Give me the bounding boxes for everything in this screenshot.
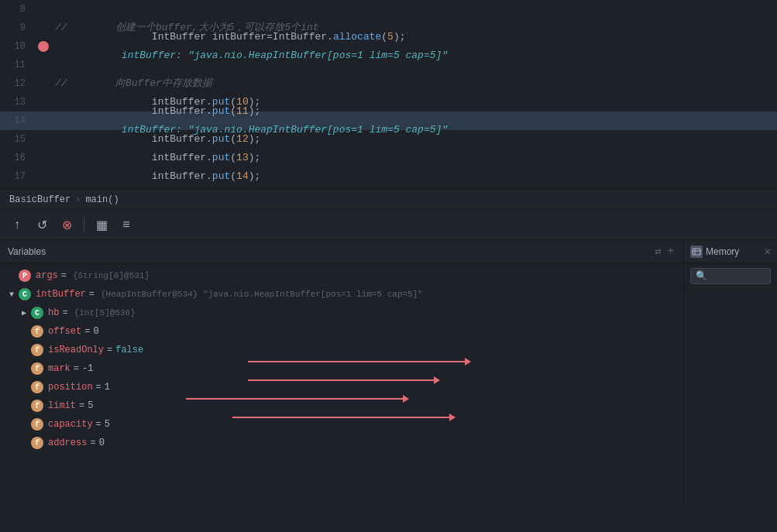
type-icon-hb: C <box>31 307 43 319</box>
variables-panel-header: Variables ⇄ + <box>0 240 683 263</box>
panel-header-actions: ⇄ + <box>653 243 676 259</box>
var-eq-offset: = <box>84 326 90 337</box>
toolbar-refresh-btn[interactable]: ↺ <box>31 214 53 235</box>
var-item-limit[interactable]: f limit = 5 <box>0 396 683 415</box>
var-name-capacity: capacity <box>48 419 93 430</box>
var-eq-args: = <box>61 270 67 281</box>
var-name-mark: mark <box>48 363 70 374</box>
var-val-mark: -1 <box>82 363 93 374</box>
var-name-limit: limit <box>48 400 76 411</box>
gutter-10 <box>35 41 52 52</box>
var-eq-position: = <box>96 382 101 393</box>
breadcrumb-method[interactable]: main() <box>85 194 119 205</box>
var-name-position: position <box>48 382 93 393</box>
var-val-isreadonly: false <box>115 345 143 355</box>
line-num-10: 10 <box>0 37 35 56</box>
var-item-position[interactable]: f position = 1 <box>0 378 683 396</box>
line-num-15: 15 <box>0 130 35 149</box>
expand-arrow-hb[interactable]: ▶ <box>19 307 29 318</box>
toolbar-up-btn[interactable]: ↑ <box>6 214 28 235</box>
type-icon-limit: f <box>31 400 43 412</box>
breakpoint-icon-10 <box>38 41 49 52</box>
type-icon-capacity: f <box>31 418 43 431</box>
var-eq-mark: = <box>74 363 79 374</box>
type-icon-offset: f <box>31 325 43 338</box>
svg-rect-8 <box>693 249 700 255</box>
toolbar-stop-btn[interactable]: ⊗ <box>56 214 77 235</box>
code-line-10: 10 IntBuffer intBuffer=IntBuffer.allocat… <box>0 37 777 56</box>
type-icon-address: f <box>31 437 43 449</box>
var-eq-capacity: = <box>96 419 101 430</box>
var-item-capacity[interactable]: f capacity = 5 <box>0 415 683 434</box>
var-val-intbuffer: {HeapIntBuffer@534} "java.nio.HeapIntBuf… <box>101 290 423 299</box>
var-item-intbuffer[interactable]: ▼ C intBuffer = {HeapIntBuffer@534} "jav… <box>0 285 683 304</box>
var-eq-limit: = <box>79 400 84 411</box>
var-name-hb: hb <box>48 307 59 318</box>
line-content-10: IntBuffer intBuffer=IntBuffer.allocate(5… <box>52 9 777 84</box>
line-num-13: 13 <box>0 93 35 112</box>
type-icon-intbuffer: C <box>19 288 31 300</box>
memory-panel-header: Memory ✕ <box>684 240 777 263</box>
var-eq-intbuffer: = <box>89 289 95 300</box>
var-name-intbuffer: intBuffer <box>36 289 86 300</box>
search-icon: 🔍 <box>696 270 707 282</box>
line-num-11: 11 <box>0 56 35 74</box>
line-num-14: 14 <box>0 112 35 130</box>
var-name-args: args <box>36 270 58 281</box>
variables-content: P args = {String[0]@531} ▼ C intBuffer =… <box>0 263 683 512</box>
var-name-isreadonly: isReadOnly <box>48 345 104 355</box>
memory-icon <box>690 245 703 258</box>
toolbar-list-btn[interactable]: ≡ <box>115 214 137 235</box>
variables-panel: Variables ⇄ + P args = {String[0]@531} ▼ <box>0 240 684 512</box>
var-val-hb: {int[5]@536} <box>74 308 136 317</box>
type-icon-args: P <box>19 269 31 282</box>
type-icon-isreadonly: f <box>31 344 43 356</box>
line-content-17: intBuffer.put(14); <box>52 149 777 189</box>
line-num-16: 16 <box>0 149 35 167</box>
line-num-12: 12 <box>0 74 35 93</box>
var-name-offset: offset <box>48 326 81 337</box>
memory-search: 🔍 <box>684 263 777 290</box>
line-num-8: 8 <box>0 0 35 19</box>
var-item-mark[interactable]: f mark = -1 <box>0 359 683 378</box>
line-num-17: 17 <box>0 167 35 186</box>
panel-add-btn[interactable]: + <box>666 243 676 259</box>
memory-close-btn[interactable]: ✕ <box>765 245 771 258</box>
var-val-offset: 0 <box>93 326 98 337</box>
var-item-args[interactable]: P args = {String[0]@531} <box>0 266 683 285</box>
code-lines: 8 9 // 创建一个buffer,大小为5，可以存放5个int 10 IntB… <box>0 0 777 189</box>
var-val-limit: 5 <box>88 400 93 411</box>
toolbar-divider-1 <box>84 217 84 232</box>
type-icon-mark: f <box>31 362 43 375</box>
search-input-wrap: 🔍 <box>690 268 771 284</box>
memory-panel-title: Memory <box>706 246 739 257</box>
var-eq-isreadonly: = <box>107 345 112 355</box>
breadcrumb: BasicBuffer › main() <box>0 189 777 209</box>
expand-arrow-intbuffer[interactable]: ▼ <box>6 289 17 300</box>
var-eq-address: = <box>90 438 95 448</box>
var-item-offset[interactable]: f offset = 0 <box>0 322 683 341</box>
toolbar: ↑ ↺ ⊗ ▦ ≡ <box>0 209 777 240</box>
var-item-address[interactable]: f address = 0 <box>0 434 683 452</box>
code-line-17: 17 intBuffer.put(14); <box>0 167 777 186</box>
variables-panel-title: Variables <box>8 246 46 257</box>
var-val-address: 0 <box>99 438 105 448</box>
bottom-panel: Variables ⇄ + P args = {String[0]@531} ▼ <box>0 240 777 512</box>
var-eq-hb: = <box>62 307 67 318</box>
toolbar-table-btn[interactable]: ▦ <box>91 214 112 235</box>
line-num-9: 9 <box>0 19 35 37</box>
var-item-isreadonly[interactable]: f isReadOnly = false <box>0 341 683 359</box>
var-val-position: 1 <box>105 382 110 393</box>
memory-search-input[interactable] <box>710 271 765 282</box>
editor-area: 8 9 // 创建一个buffer,大小为5，可以存放5个int 10 IntB… <box>0 0 777 209</box>
breadcrumb-class[interactable]: BasicBuffer <box>9 194 70 205</box>
memory-panel: Memory ✕ 🔍 <box>684 240 777 512</box>
memory-title-area: Memory <box>690 245 739 258</box>
panel-expand-btn[interactable]: ⇄ <box>653 243 662 259</box>
var-item-hb[interactable]: ▶ C hb = {int[5]@536} <box>0 304 683 322</box>
type-icon-position: f <box>31 381 43 393</box>
breadcrumb-sep: › <box>75 194 81 205</box>
variables-list[interactable]: P args = {String[0]@531} ▼ C intBuffer =… <box>0 263 683 455</box>
var-val-args: {String[0]@531} <box>73 271 150 280</box>
var-name-address: address <box>48 438 87 448</box>
